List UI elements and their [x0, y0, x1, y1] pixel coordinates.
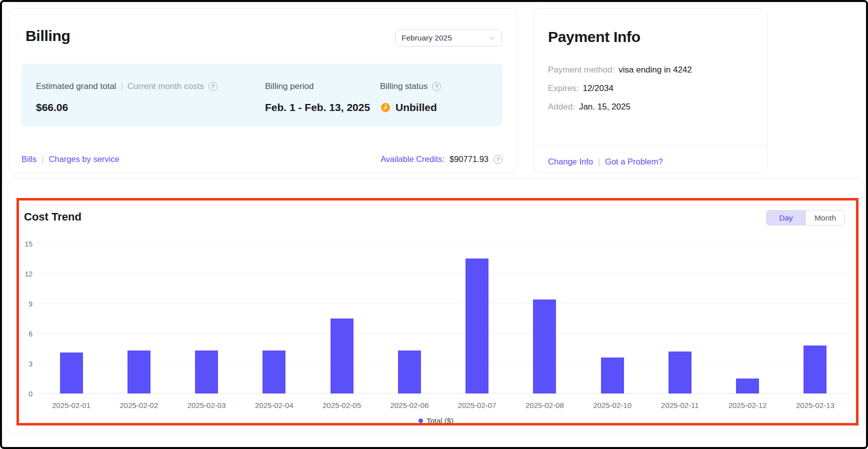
bar: [262, 350, 286, 394]
month-selector-dropdown[interactable]: February 2025: [395, 30, 502, 46]
x-axis-tick-label: 2025-02-08: [526, 401, 564, 410]
toggle-day-button[interactable]: Day: [766, 210, 806, 225]
billing-summary-panel: Estimated grand total | Current month co…: [22, 64, 502, 126]
chart-bars: 2025-02-012025-02-022025-02-032025-02-04…: [38, 244, 849, 394]
billing-title: Billing: [26, 28, 70, 44]
change-info-link[interactable]: Change Info: [548, 157, 593, 166]
bar: [804, 346, 826, 394]
bar: [128, 350, 150, 394]
cost-trend-title: Cost Trend: [24, 210, 82, 224]
y-axis-tick-label: 3: [12, 360, 32, 368]
current-month-costs-label: Current month costs: [128, 82, 204, 92]
bar: [466, 258, 488, 394]
bills-link[interactable]: Bills: [22, 154, 36, 164]
y-axis-tick-label: 6: [12, 330, 32, 338]
x-axis-tick-label: 2025-02-06: [390, 401, 429, 410]
help-icon[interactable]: ?: [432, 82, 441, 91]
clock-icon: [380, 102, 391, 113]
available-credits-value: $90771.93: [450, 154, 488, 164]
y-axis-tick-label: 12: [12, 270, 32, 278]
y-axis-tick-label: 9: [12, 300, 32, 308]
page: Billing February 2025 Estimated grand to…: [0, 0, 868, 449]
help-icon[interactable]: ?: [208, 82, 218, 91]
x-axis-tick-label: 2025-02-01: [52, 401, 90, 410]
separator: |: [598, 158, 600, 166]
x-axis-tick-label: 2025-02-11: [661, 401, 699, 410]
bar-column: 2025-02-12: [714, 244, 782, 394]
legend-label: Total ($): [426, 416, 454, 425]
chart-plot: 03691215 2025-02-012025-02-022025-02-032…: [38, 244, 849, 394]
toggle-month-button[interactable]: Month: [806, 210, 844, 225]
available-credits-link[interactable]: Available Credits:: [380, 154, 444, 164]
got-a-problem-link[interactable]: Got a Problem?: [605, 157, 663, 166]
expires-row: Expires: 12/2034: [548, 84, 692, 94]
x-axis-tick-label: 2025-02-10: [593, 401, 632, 410]
help-icon[interactable]: ?: [494, 155, 502, 164]
x-axis-tick-label: 2025-02-04: [255, 401, 294, 410]
legend-dot-icon: [418, 418, 423, 423]
day-month-toggle: Day Month: [766, 210, 845, 226]
added-row: Added: Jan. 15, 2025: [548, 102, 692, 112]
cost-trend-card: Cost Trend Day Month 03691215 2025-02-01…: [8, 178, 864, 434]
grand-total-label: Estimated grand total: [36, 82, 116, 92]
x-axis-tick-label: 2025-02-12: [728, 401, 767, 410]
bar: [195, 350, 218, 394]
x-axis-tick-label: 2025-02-07: [458, 401, 496, 410]
payment-method-value: visa ending in 4242: [618, 65, 692, 75]
expires-label: Expires:: [548, 84, 578, 94]
chart-legend[interactable]: Total ($): [8, 416, 864, 425]
bar: [533, 300, 556, 394]
separator: |: [121, 82, 123, 91]
charges-by-service-link[interactable]: Charges by service: [48, 154, 119, 164]
payment-method-label: Payment method:: [548, 65, 614, 75]
bar: [736, 378, 759, 394]
expires-value: 12/2034: [582, 84, 613, 94]
billing-status-label: Billing status: [380, 82, 428, 92]
bar-column: 2025-02-08: [511, 244, 578, 394]
bar-column: 2025-02-10: [578, 244, 646, 394]
bar: [330, 318, 354, 394]
y-axis-tick-label: 15: [12, 240, 32, 248]
bar-column: 2025-02-11: [646, 244, 714, 394]
bar-column: 2025-02-06: [376, 244, 443, 394]
bar-column: 2025-02-04: [240, 244, 308, 394]
bar-column: 2025-02-05: [308, 244, 376, 394]
billing-status-value: Unbilled: [396, 102, 437, 114]
grand-total-value: $66.06: [36, 102, 68, 114]
bar-column: 2025-02-02: [105, 244, 172, 394]
bar: [668, 352, 692, 394]
added-label: Added:: [548, 102, 575, 112]
payment-info-card: Payment Info Payment method: visa ending…: [534, 8, 768, 173]
separator: |: [42, 155, 44, 164]
bar-column: 2025-02-03: [173, 244, 240, 394]
bar: [398, 350, 421, 394]
y-axis-tick-label: 0: [12, 390, 32, 398]
bar-column: 2025-02-07: [444, 244, 511, 394]
month-selector-value: February 2025: [402, 34, 452, 42]
chevron-down-icon: [488, 34, 496, 42]
bar: [60, 352, 83, 394]
x-axis-tick-label: 2025-02-13: [796, 401, 834, 410]
x-axis-tick-label: 2025-02-03: [188, 401, 226, 410]
bar: [601, 358, 624, 394]
billing-card: Billing February 2025 Estimated grand to…: [8, 8, 517, 173]
added-value: Jan. 15, 2025: [579, 102, 630, 112]
payment-method-row: Payment method: visa ending in 4242: [548, 65, 692, 75]
bar-column: 2025-02-13: [782, 244, 849, 394]
x-axis-tick-label: 2025-02-02: [120, 401, 158, 410]
billing-period-label: Billing period: [265, 82, 314, 92]
x-axis-tick-label: 2025-02-05: [322, 401, 361, 410]
divider: [534, 145, 767, 146]
billing-period-value: Feb. 1 - Feb. 13, 2025: [265, 102, 370, 114]
payment-info-title: Payment Info: [548, 28, 640, 46]
bar-column: 2025-02-01: [38, 244, 105, 394]
